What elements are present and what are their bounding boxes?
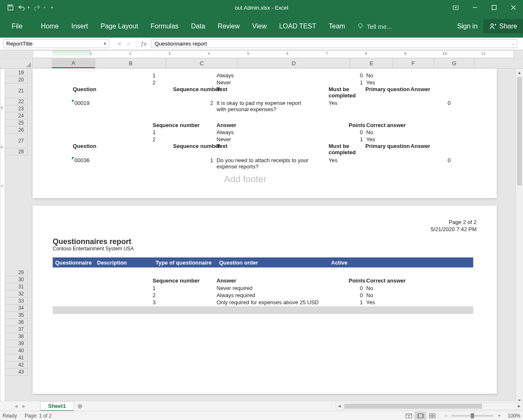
tell-me-label: Tell me... <box>367 23 392 30</box>
zoom-in-icon[interactable]: + <box>496 413 503 419</box>
scroll-up-icon[interactable]: ▲ <box>516 69 523 76</box>
ruler-tick: 6 <box>286 51 288 56</box>
save-icon[interactable] <box>6 3 15 12</box>
qat-customize-icon[interactable]: ▾ <box>51 5 54 10</box>
cell-value: 2 <box>153 79 156 86</box>
redo-icon[interactable] <box>33 3 42 12</box>
zoom-slider[interactable] <box>452 415 493 417</box>
ruler-tick: 6 <box>1 145 3 149</box>
formula-input[interactable]: Questionnaires report ⌄ <box>151 39 517 48</box>
row-header-28[interactable]: 28 <box>5 148 28 155</box>
row-header-34[interactable]: 34 <box>5 305 28 312</box>
zoom-percent[interactable]: 100% <box>508 413 520 419</box>
row-header-42[interactable]: 42 <box>5 361 28 369</box>
column-header: Correct answer <box>366 277 406 284</box>
undo-dropdown-icon[interactable]: ▾ <box>28 5 31 10</box>
row-header-33[interactable]: 33 <box>5 298 28 305</box>
cell-value: Yes <box>366 79 375 86</box>
row-header-35[interactable]: 35 <box>5 312 28 319</box>
row-header-43[interactable]: 43 <box>5 369 28 376</box>
spreadsheet-grid[interactable]: 5 6 7 1920212223242526272829303132333435… <box>0 69 523 404</box>
formula-enter-icon[interactable]: ✓ <box>124 41 133 47</box>
row-header-26[interactable]: 26 <box>5 127 28 134</box>
horizontal-scrollbar[interactable]: ◄ ► <box>336 402 523 410</box>
cell-value: Yes <box>366 299 375 305</box>
row-header-24[interactable]: 24 <box>5 112 28 120</box>
formula-expand-icon[interactable]: ⌄ <box>511 42 515 46</box>
add-sheet-icon[interactable]: ⊕ <box>74 402 87 410</box>
sheet-tab-sheet1[interactable]: Sheet1 <box>40 401 74 411</box>
cell-value: No <box>366 285 373 291</box>
column-header-G[interactable]: G <box>434 59 475 68</box>
scroll-right-icon[interactable]: ► <box>515 402 523 410</box>
row-header-25[interactable]: 25 <box>5 120 28 127</box>
column-header-E[interactable]: E <box>350 59 393 68</box>
column-header-D[interactable]: D <box>237 59 350 68</box>
cell-value: 00019 <box>74 100 89 106</box>
view-normal-icon[interactable] <box>403 412 415 420</box>
row-header-40[interactable]: 40 <box>5 347 28 354</box>
row-header-31[interactable]: 31 <box>5 283 28 290</box>
status-bar: Ready Page: 1 of 2 − + 100% <box>0 411 523 420</box>
ribbon-display-icon[interactable] <box>446 0 465 15</box>
column-header-A[interactable]: A <box>52 59 95 68</box>
zoom-out-icon[interactable]: − <box>442 413 449 419</box>
share-button[interactable]: Share <box>483 19 523 33</box>
row-header-27[interactable]: 27 <box>5 134 28 148</box>
view-page-break-icon[interactable] <box>426 412 438 420</box>
tab-page-layout[interactable]: Page Layout <box>94 20 144 33</box>
row-header-30[interactable]: 30 <box>5 276 28 283</box>
view-page-layout-icon[interactable] <box>415 412 426 420</box>
column-header-B[interactable]: B <box>95 59 166 68</box>
name-box[interactable]: ReportTitle ▼ <box>3 39 109 48</box>
row-header-37[interactable]: 37 <box>5 326 28 333</box>
tab-formulas[interactable]: Formulas <box>145 20 184 33</box>
redo-dropdown-icon[interactable]: ▾ <box>43 5 47 10</box>
column-header-F[interactable]: F <box>393 59 434 68</box>
row-header-21[interactable]: 21 <box>5 84 28 98</box>
tab-load-test[interactable]: LOAD TEST <box>273 20 322 33</box>
name-box-value: ReportTitle <box>6 41 33 47</box>
sheet-splitter[interactable]: ⋮ <box>329 404 333 408</box>
select-all-corner[interactable] <box>0 59 33 68</box>
column-header: Must be completed <box>329 143 362 155</box>
scroll-left-icon[interactable]: ◄ <box>336 402 343 410</box>
formula-cancel-icon[interactable]: ✕ <box>115 41 124 47</box>
name-box-dropdown-icon[interactable]: ▼ <box>103 41 107 46</box>
file-tab[interactable]: File <box>4 21 33 32</box>
row-header-19[interactable]: 19 <box>5 69 28 76</box>
row-header-23[interactable]: 23 <box>5 105 28 112</box>
tab-data[interactable]: Data <box>185 20 211 33</box>
scroll-thumb[interactable] <box>517 77 522 186</box>
tab-review[interactable]: Review <box>212 20 245 33</box>
maximize-icon[interactable] <box>485 0 504 15</box>
zoom-control[interactable]: − + 100% <box>442 413 520 419</box>
row-header-22[interactable]: 22 <box>5 98 28 105</box>
vertical-scrollbar[interactable]: ▲ ▼ <box>515 69 523 404</box>
scroll-thumb[interactable] <box>344 404 482 409</box>
row-header-38[interactable]: 38 <box>5 333 28 340</box>
column-header: Sequence number <box>173 86 220 92</box>
sign-in-button[interactable]: Sign in <box>451 23 483 30</box>
tab-insert[interactable]: Insert <box>65 20 94 33</box>
tab-view[interactable]: View <box>246 20 272 33</box>
column-header-C[interactable]: C <box>166 59 237 68</box>
row-header-39[interactable]: 39 <box>5 340 28 347</box>
tab-team[interactable]: Team <box>323 20 351 33</box>
row-header-36[interactable]: 36 <box>5 319 28 326</box>
share-label: Share <box>499 23 517 30</box>
insert-function-icon[interactable]: ƒx <box>137 38 150 50</box>
row-header-41[interactable]: 41 <box>5 354 28 361</box>
row-header-29[interactable]: 29 <box>5 269 28 276</box>
row-header-20[interactable]: 20 <box>5 76 28 84</box>
row-header-32[interactable]: 32 <box>5 290 28 298</box>
close-icon[interactable] <box>504 0 523 15</box>
minimize-icon[interactable] <box>465 0 485 15</box>
undo-icon[interactable] <box>17 3 26 12</box>
cell-value: Always <box>217 72 234 79</box>
sheet-nav[interactable]: ◄ ► <box>0 403 40 409</box>
tell-me-search[interactable]: Tell me... <box>357 23 392 30</box>
ribbon-tabs: File Home Insert Page Layout Formulas Da… <box>0 15 523 38</box>
tab-home[interactable]: Home <box>35 20 65 33</box>
add-footer-placeholder[interactable]: Add footer <box>224 174 267 185</box>
